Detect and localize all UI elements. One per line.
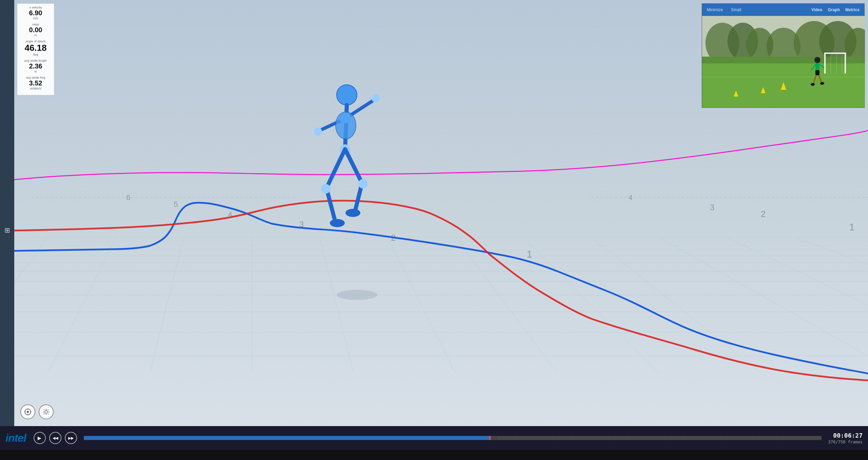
small-button[interactable]: Small [729, 7, 743, 13]
svg-point-91 [45, 411, 48, 413]
stride-length-label: avg stride length [21, 59, 51, 62]
settings-button[interactable] [39, 404, 54, 419]
x-velocity-value: 6.90 [21, 9, 51, 17]
stride-length-unit: m [21, 70, 51, 73]
bottom-bar: intel. ▶ ◀◀ ▶▶ 00:06:27 [0, 426, 868, 460]
svg-point-53 [336, 112, 356, 139]
intel-logo: intel. [5, 432, 27, 444]
svg-point-49 [330, 219, 345, 227]
play-button[interactable]: ▶ [34, 432, 46, 444]
angle-value: 46.18 [21, 43, 51, 53]
stride-freq-label: avg stride freq [21, 76, 51, 79]
sway-value: 0.00 [21, 26, 51, 34]
compass-icon [24, 408, 32, 416]
x-velocity-stat: x velocity 6.90 m/s [21, 6, 51, 20]
stride-freq-value: 3.52 [21, 79, 51, 87]
svg-point-90 [27, 411, 29, 413]
x-velocity-unit: m/s [21, 17, 51, 20]
angle-stat: angle of attack 46.18 deg [21, 40, 51, 56]
svg-point-40 [372, 94, 380, 102]
progress-fill [84, 436, 490, 440]
sway-label: sway [21, 23, 51, 26]
progress-bar[interactable] [84, 436, 822, 440]
svg-rect-68 [824, 53, 846, 54]
svg-text:2: 2 [761, 209, 766, 219]
time-container: 00:06:27 376/750 frames [828, 432, 863, 444]
back-button[interactable]: ◀◀ [49, 432, 61, 444]
intel-text: intel [5, 432, 26, 444]
metrics-tab[interactable]: Metrics [843, 7, 862, 13]
video-panel: Minimize Small Video Graph Metrics [702, 3, 865, 108]
left-sidebar: ⊞ [0, 0, 14, 460]
video-panel-tabs: Video Graph Metrics [809, 7, 862, 13]
forward-button[interactable]: ▶▶ [65, 432, 77, 444]
compass-button[interactable] [20, 404, 35, 419]
sway-stat: sway 0.00 m [21, 23, 51, 37]
settings-icon [42, 408, 50, 416]
progress-marker [489, 436, 491, 440]
svg-text:1: 1 [527, 248, 532, 260]
time-display: 00:06:27 [833, 432, 863, 439]
video-panel-header: Minimize Small Video Graph Metrics [702, 4, 864, 16]
x-velocity-label: x velocity [21, 6, 51, 9]
svg-point-37 [337, 85, 357, 105]
svg-point-54 [337, 290, 377, 300]
video-tab[interactable]: Video [809, 7, 824, 13]
svg-text:1: 1 [849, 221, 855, 233]
minimize-button[interactable]: Minimize [705, 7, 725, 13]
graph-tab[interactable]: Graph [826, 7, 842, 13]
nav-controls [20, 404, 54, 419]
svg-text:5: 5 [174, 200, 178, 208]
svg-point-42 [314, 127, 322, 136]
frames-display: 376/750 frames [828, 440, 863, 444]
bottom-bottom-bar [0, 450, 868, 460]
playback-bar: intel. ▶ ◀◀ ▶▶ 00:06:27 [0, 426, 868, 450]
sway-unit: m [21, 34, 51, 37]
svg-rect-75 [815, 70, 819, 75]
stride-length-value: 2.36 [21, 62, 51, 70]
stride-freq-stat: avg stride freq 3.52 strides/s [21, 76, 51, 90]
grid-icon[interactable]: ⊞ [4, 226, 10, 234]
progress-container [84, 436, 822, 440]
svg-text:3: 3 [710, 203, 714, 212]
svg-point-80 [811, 83, 815, 86]
svg-rect-66 [824, 53, 826, 74]
svg-point-51 [321, 184, 331, 194]
playback-controls: ▶ ◀◀ ▶▶ [34, 432, 77, 444]
svg-point-46 [345, 209, 360, 217]
video-content [702, 16, 865, 107]
video-scene-svg [702, 16, 865, 107]
svg-point-73 [814, 57, 820, 63]
stride-length-stat: avg stride length 2.36 m [21, 59, 51, 73]
svg-point-81 [820, 82, 824, 85]
svg-point-50 [358, 179, 368, 188]
angle-unit: deg [21, 53, 51, 56]
stats-panel: x velocity 6.90 m/s sway 0.00 m angle of… [17, 3, 54, 95]
stride-freq-unit: strides/s [21, 87, 51, 90]
svg-rect-67 [845, 53, 846, 74]
